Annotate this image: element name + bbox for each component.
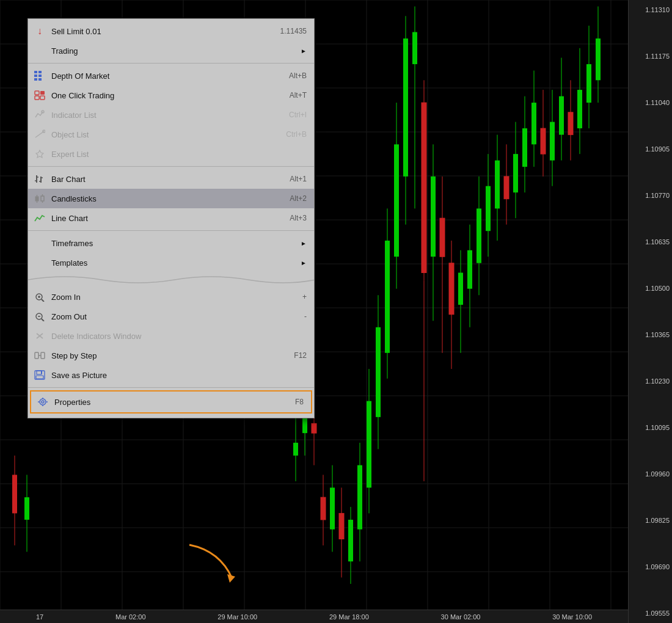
menu-shortcut: Alt+B	[277, 71, 307, 80]
step-icon	[33, 349, 46, 362]
svg-rect-38	[37, 371, 42, 374]
time-label: Mar 02:00	[115, 613, 146, 621]
wave-separator	[28, 274, 314, 286]
zoom-out-icon	[33, 310, 46, 323]
price-label: 1.10770	[631, 192, 670, 199]
time-label: 29 Mar 10:00	[217, 613, 257, 621]
zoom-in-icon	[33, 290, 46, 304]
menu-item-step-by-step[interactable]: Step by Step F12	[28, 346, 314, 365]
time-label: 17	[36, 613, 43, 621]
svg-rect-1	[38, 71, 42, 73]
menu-label: Depth Of Market	[51, 71, 277, 81]
menu-item-candlesticks[interactable]: Candlesticks Alt+2	[28, 189, 314, 208]
svg-rect-2	[34, 75, 37, 77]
submenu-arrow-icon: ►	[301, 48, 307, 54]
save-icon	[33, 368, 46, 382]
menu-label: Templates	[51, 258, 296, 268]
menu-shortcut: Ctrl+B	[274, 130, 307, 139]
svg-rect-39	[36, 376, 43, 379]
bar-chart-icon	[33, 172, 46, 186]
context-menu: ↓ Sell Limit 0.01 1.11435 Trading ► Dept…	[27, 18, 315, 418]
indicator-icon	[33, 108, 46, 122]
price-label: 1.10635	[631, 238, 670, 246]
menu-label: Delete Indicators Window	[51, 332, 294, 341]
menu-item-bar-chart[interactable]: Bar Chart Alt+1	[28, 169, 314, 189]
price-label: 1.09825	[631, 517, 670, 524]
menu-item-zoom-out[interactable]: Zoom Out -	[28, 307, 314, 326]
svg-line-30	[42, 319, 44, 321]
svg-rect-8	[35, 96, 39, 100]
delete-icon	[33, 329, 46, 343]
templates-icon	[33, 256, 46, 269]
price-label: 1.11310	[631, 6, 670, 13]
timeframes-icon	[33, 236, 46, 250]
svg-rect-3	[38, 75, 42, 77]
svg-rect-6	[35, 91, 39, 95]
menu-shortcut: F12	[282, 351, 307, 360]
line-chart-icon	[33, 211, 46, 225]
menu-label: Properties	[54, 398, 283, 407]
price-label: 1.10905	[631, 145, 670, 153]
menu-item-indicator-list[interactable]: Indicator List Ctrl+I	[28, 105, 314, 125]
menu-label: Trading	[51, 46, 296, 56]
expert-icon	[33, 147, 46, 161]
menu-label: Candlesticks	[51, 194, 277, 203]
oct-icon	[33, 89, 46, 102]
menu-item-properties[interactable]: Properties F8	[30, 390, 312, 414]
svg-line-26	[42, 299, 44, 302]
svg-rect-0	[34, 71, 37, 73]
menu-item-sell-limit[interactable]: ↓ Sell Limit 0.01 1.11435	[28, 21, 314, 41]
menu-item-depth-of-market[interactable]: Depth Of Market Alt+B	[28, 66, 314, 86]
menu-shortcut: -	[292, 312, 307, 321]
svg-rect-35	[41, 352, 45, 359]
price-axis: 1.11310 1.11175 1.11040 1.10905 1.10770 …	[628, 0, 672, 623]
menu-item-expert-list[interactable]: Expert List	[28, 144, 314, 164]
menu-shortcut: Alt+3	[277, 214, 307, 222]
svg-rect-9	[40, 96, 45, 100]
submenu-arrow-icon: ►	[301, 260, 307, 266]
price-label: 1.09960	[631, 470, 670, 478]
price-label: 1.09555	[631, 610, 670, 617]
svg-point-42	[42, 401, 44, 403]
trading-icon	[33, 44, 46, 57]
time-axis: 17 Mar 02:00 29 Mar 10:00 29 Mar 18:00 3…	[0, 610, 628, 623]
dom-icon	[33, 69, 46, 82]
price-label: 1.10500	[631, 285, 670, 292]
menu-shortcut: F8	[283, 398, 304, 406]
candlesticks-icon	[33, 192, 46, 205]
menu-label: Timeframes	[51, 239, 296, 248]
menu-item-delete-indicators[interactable]: Delete Indicators Window	[28, 326, 314, 346]
menu-item-one-click-trading[interactable]: One Click Trading Alt+T	[28, 86, 314, 105]
menu-shortcut: Alt+1	[277, 175, 307, 183]
price-label: 1.11175	[631, 53, 670, 60]
sell-limit-icon: ↓	[33, 24, 46, 38]
time-label: 29 Mar 18:00	[329, 613, 369, 621]
menu-item-line-chart[interactable]: Line Chart Alt+3	[28, 208, 314, 228]
menu-item-save-as-picture[interactable]: Save as Picture	[28, 365, 314, 385]
price-label: 1.10365	[631, 331, 670, 338]
menu-shortcut: +	[290, 293, 307, 301]
svg-rect-4	[34, 78, 37, 81]
price-label: 1.10230	[631, 377, 670, 385]
svg-rect-40	[41, 371, 42, 374]
menu-item-zoom-in[interactable]: Zoom In +	[28, 287, 314, 307]
menu-label: Object List	[51, 130, 274, 139]
price-label: 1.10095	[631, 424, 670, 431]
menu-item-timeframes[interactable]: Timeframes ►	[28, 233, 314, 253]
menu-separator	[28, 63, 314, 64]
menu-label: Zoom In	[51, 293, 290, 302]
svg-rect-34	[35, 352, 38, 359]
svg-rect-19	[35, 197, 38, 201]
menu-item-templates[interactable]: Templates ►	[28, 253, 314, 272]
menu-separator	[28, 387, 314, 388]
time-label: 30 Mar 02:00	[441, 613, 481, 621]
menu-label: Save as Picture	[51, 371, 294, 380]
menu-item-trading[interactable]: Trading ►	[28, 41, 314, 60]
menu-label: Line Chart	[51, 214, 277, 223]
menu-item-object-list[interactable]: Object List Ctrl+B	[28, 125, 314, 144]
time-label: 30 Mar 10:00	[552, 613, 592, 621]
menu-separator	[28, 230, 314, 231]
svg-rect-7	[40, 91, 45, 95]
price-label: 1.11040	[631, 99, 670, 106]
menu-label: Bar Chart	[51, 175, 277, 184]
